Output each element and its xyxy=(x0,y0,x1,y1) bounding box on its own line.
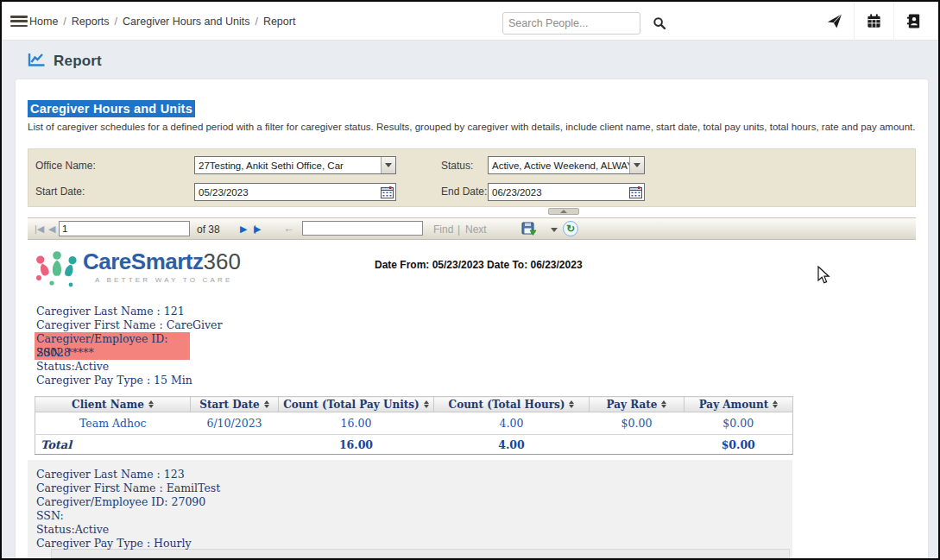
caregiver-details-block-1: Caregiver Last Name : 121 Caregiver Firs… xyxy=(36,305,222,387)
table-total-row: Total 16.00 4.00 $0.00 xyxy=(35,435,793,455)
breadcrumb-reports[interactable]: Reports xyxy=(72,16,123,28)
back-to-parent-button[interactable]: ← xyxy=(283,218,294,239)
caregiver-first-name: Caregiver First Name : CareGiver xyxy=(36,318,222,332)
office-name-value: 27Testing, Ankit Sethi Office, Car xyxy=(195,160,381,171)
col-label: Pay Rate xyxy=(607,399,658,411)
total-empty xyxy=(191,435,279,455)
caregiver-details-block-2: Caregiver Last Name : 123 Caregiver Firs… xyxy=(36,468,220,551)
total-pay-units: 16.00 xyxy=(279,435,434,455)
report-title-highlighted[interactable]: Caregiver Hours and Units xyxy=(28,100,195,117)
office-name-select[interactable]: 27Testing, Ankit Sethi Office, Car xyxy=(194,156,396,174)
page-title: Report xyxy=(54,53,102,70)
caresmartz-logo: CareSmartz360 A BETTER WAY TO CARE xyxy=(33,249,249,297)
refresh-icon[interactable]: ↻ xyxy=(563,221,578,236)
caregiver-pay-type: Caregiver Pay Type : Hourly xyxy=(36,537,220,551)
caregiver-ssn: SSN: xyxy=(36,509,220,523)
send-icon[interactable] xyxy=(815,2,854,41)
report-card: Caregiver Hours and Units List of caregi… xyxy=(16,79,928,558)
col-label: Start Date xyxy=(199,399,259,411)
report-description: List of caregiver schedules for a define… xyxy=(28,122,917,132)
status-label: Status: xyxy=(441,160,473,172)
sort-icon[interactable] xyxy=(148,400,154,408)
office-name-label: Office Name: xyxy=(35,160,96,172)
end-date-input[interactable]: 06/23/2023 xyxy=(488,183,645,201)
top-navigation-bar: Home Reports Caregiver Hours and Units R… xyxy=(2,2,938,41)
col-label: Pay Amount xyxy=(699,399,769,411)
find-next-button[interactable]: Next xyxy=(465,218,487,241)
contacts-icon[interactable] xyxy=(894,2,933,41)
col-label: Client Name xyxy=(72,399,144,411)
previous-page-button[interactable]: ◀ xyxy=(48,218,55,239)
page-count-label: of 38 xyxy=(197,218,220,241)
logo-people-icon xyxy=(33,249,79,299)
breadcrumb-caregiver-hours[interactable]: Caregiver Hours and Units xyxy=(123,16,263,28)
search-input[interactable] xyxy=(503,17,653,29)
col-total-hours[interactable]: Count (Total Hours) xyxy=(434,397,590,412)
breadcrumb: Home Reports Caregiver Hours and Units R… xyxy=(29,2,295,41)
breadcrumb-home[interactable]: Home xyxy=(29,16,72,28)
col-start-date[interactable]: Start Date xyxy=(191,397,279,412)
calendar-picker-icon[interactable] xyxy=(379,184,395,200)
caregiver-status: Status:Active xyxy=(36,360,222,374)
page-heading: Report xyxy=(28,52,102,71)
dropdown-arrow-icon[interactable] xyxy=(381,157,395,173)
next-page-button[interactable]: ▶ xyxy=(240,218,247,239)
first-page-button[interactable]: |◀ xyxy=(35,218,37,239)
logo-tagline: A BETTER WAY TO CARE xyxy=(95,276,241,284)
col-client-name[interactable]: Client Name xyxy=(35,397,191,412)
search-icon[interactable] xyxy=(653,16,666,30)
caregiver-last-name: Caregiver Last Name : 123 xyxy=(36,468,220,481)
find-text-input[interactable] xyxy=(302,221,423,236)
cell-total-hours: 4.00 xyxy=(434,412,590,435)
dropdown-arrow-icon[interactable] xyxy=(629,157,644,173)
calendar-picker-icon[interactable] xyxy=(628,184,644,200)
app-window: Home Reports Caregiver Hours and Units R… xyxy=(0,0,940,560)
logo-suffix: 360 xyxy=(204,249,241,274)
calendar-icon[interactable] xyxy=(855,2,893,41)
sort-icon[interactable] xyxy=(773,400,778,408)
col-label: Count (Total Hours) xyxy=(449,399,565,411)
export-dropdown-caret[interactable] xyxy=(551,228,558,232)
start-date-input[interactable]: 05/23/2023 xyxy=(194,183,396,201)
line-chart-icon xyxy=(28,52,46,71)
col-pay-units[interactable]: Count (Total Pay Units) xyxy=(279,397,434,412)
logo-wordmark: CareSmartz360 A BETTER WAY TO CARE xyxy=(83,249,241,284)
find-button[interactable]: Find xyxy=(433,218,453,241)
breadcrumb-report[interactable]: Report xyxy=(263,16,296,28)
logo-name: CareSmartz xyxy=(83,249,204,274)
cell-pay-amount: $0.00 xyxy=(684,412,793,435)
total-label: Total xyxy=(35,435,191,455)
cell-client-name[interactable]: Team Adhoc xyxy=(35,412,191,435)
last-page-button[interactable]: ▶| xyxy=(254,218,256,239)
caregiver-employee-id: Caregiver/Employee ID: 27090 xyxy=(36,495,220,509)
status-value: Active, Active Weekend, ALWAYS xyxy=(489,160,629,171)
caregiver-first-name: Caregiver First Name : EamilTest xyxy=(36,481,220,495)
search-people-box xyxy=(502,12,640,35)
menu-icon[interactable] xyxy=(10,16,28,27)
total-empty xyxy=(590,435,684,455)
schedule-table: Client Name Start Date Count (Total Pay … xyxy=(35,396,793,455)
page-number-input[interactable] xyxy=(59,221,190,236)
report-viewer-toolbar: |◀ ◀ of 38 ▶ ▶| ← Find | Next ↻ xyxy=(28,217,916,240)
end-date-label: End Date: xyxy=(441,186,487,198)
collapse-parameters-handle[interactable] xyxy=(548,208,579,215)
start-date-label: Start Date: xyxy=(35,186,85,198)
sort-icon[interactable] xyxy=(264,400,269,408)
status-select[interactable]: Active, Active Weekend, ALWAYS xyxy=(488,156,645,174)
total-pay-amount: $0.00 xyxy=(684,435,793,455)
col-pay-rate[interactable]: Pay Rate xyxy=(590,397,684,412)
report-date-range: Date From: 05/23/2023 Date To: 06/23/202… xyxy=(375,259,583,271)
sort-icon[interactable] xyxy=(569,400,574,408)
col-pay-amount[interactable]: Pay Amount xyxy=(684,397,793,412)
total-hours: 4.00 xyxy=(434,435,590,455)
start-date-value: 05/23/2023 xyxy=(195,187,379,198)
caregiver-pay-type: Caregiver Pay Type : 15 Min xyxy=(36,374,222,387)
end-date-value: 06/23/2023 xyxy=(489,187,628,198)
sort-icon[interactable] xyxy=(424,400,429,408)
caregiver-status: Status:Active xyxy=(36,523,220,537)
cell-pay-units: 16.00 xyxy=(279,412,434,435)
find-divider: | xyxy=(457,218,460,241)
sort-icon[interactable] xyxy=(661,400,666,408)
cell-start-date: 6/10/2023 xyxy=(191,412,279,435)
table-header-row: Client Name Start Date Count (Total Pay … xyxy=(35,397,793,412)
